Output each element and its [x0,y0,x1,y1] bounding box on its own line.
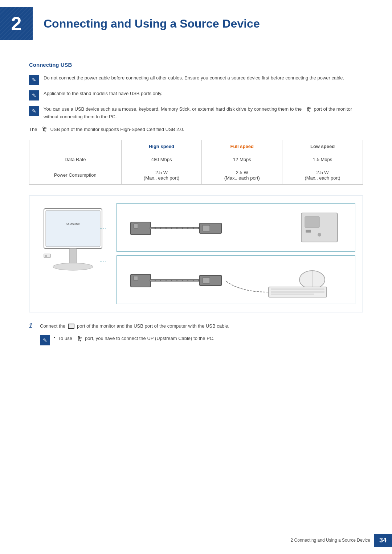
svg-point-0 [307,107,309,108]
usb-info-line: The USB port of the monitor supports Hig… [29,127,363,132]
step-1-text-before: Connect the [40,323,65,330]
note-block-3: You can use a USB device such as a mouse… [29,106,363,121]
step-1-bullet-text: To use port, you have to connect the UP … [58,335,215,342]
svg-rect-26 [203,225,210,231]
svg-rect-18 [45,255,47,257]
table-cell-power-low: 2.5 W(Max., each port) [282,166,363,184]
connections-area [117,203,355,305]
table-cell-datarate-full: 12 Mbps [202,153,282,166]
note-icon-1 [29,75,39,85]
table-header-low: Low speed [282,140,363,153]
page-number: 34 [379,537,387,544]
speed-table: High speed Full speed Low speed Data Rat… [29,140,363,185]
svg-point-43 [78,336,79,338]
svg-rect-32 [134,276,138,280]
table-row-power: Power Consumption 2.5 W(Max., each port)… [29,166,363,184]
table-header-empty [29,140,122,153]
usb-icon-line [40,127,48,132]
usb-icon-inline [304,107,312,112]
svg-rect-22 [134,224,138,228]
usb-info-text-pre: The [29,127,37,132]
svg-point-6 [43,127,44,128]
note-icon-2 [29,90,39,100]
table-row-datarate: Data Rate 480 Mbps 12 Mbps 1.5 Mbps [29,153,363,166]
note-text-3: You can use a USB device such as a mouse… [44,106,363,121]
chapter-box: 2 [0,7,33,40]
note-text-2: Applicable to the stand models that have… [44,90,162,98]
svg-rect-13 [46,210,100,247]
svg-rect-30 [306,230,311,233]
port-icon-inline [68,324,74,329]
step-1-line: 1 Connect the port of the monitor and th… [29,323,363,330]
monitor-diagram: SAMSUNG [37,203,109,305]
connection-row-bottom [117,255,355,304]
table-cell-datarate-label: Data Rate [29,153,122,166]
table-cell-power-label: Power Consumption [29,166,122,184]
step-1-bullet: • To use port, you have to connect the U… [40,335,363,345]
step-section: 1 Connect the port of the monitor and th… [29,323,363,346]
svg-point-16 [53,263,93,270]
note-block-2: Applicable to the stand models that have… [29,90,363,100]
table-cell-datarate-low: 1.5 Mbps [282,153,363,166]
svg-rect-36 [203,278,210,283]
footer-section-label: 2 Connecting and Using a Source Device [291,538,370,543]
note-text-1: Do not connect the power cable before co… [44,74,344,82]
svg-text:SAMSUNG: SAMSUNG [66,222,80,226]
table-cell-power-high: 2.5 W(Max., each port) [121,166,202,184]
usb-icon-bullet [75,336,83,342]
page-title: Connecting and Using a Source Device [44,17,260,30]
diagram-area: SAMSUNG [29,196,363,312]
svg-rect-42 [271,294,314,295]
chapter-number: 2 [11,13,22,34]
bullet-dot: • [54,335,56,340]
section-title: Connecting USB [29,62,363,68]
usb-info-text-post: USB port of the monitor supports High-Sp… [50,127,184,132]
step-1-text-after: port of the monitor and the USB port of … [77,323,229,330]
svg-point-29 [318,233,321,237]
page-footer: 2 Connecting and Using a Source Device 3… [0,534,392,547]
svg-rect-40 [271,288,324,290]
svg-rect-3 [309,108,310,109]
table-cell-datarate-high: 480 Mbps [121,153,202,166]
svg-rect-9 [45,128,46,129]
page-number-box: 34 [374,534,392,547]
table-cell-power-full: 2.5 W(Max., each port) [202,166,282,184]
monitor-svg: SAMSUNG [38,203,107,305]
usb-connection-svg-bottom [123,262,349,298]
usb-connection-svg-top [123,209,349,246]
svg-rect-41 [271,291,324,293]
svg-rect-46 [80,337,81,338]
table-header-full: Full speed [202,140,282,153]
page-header: 2 Connecting and Using a Source Device [0,0,392,47]
main-content: Connecting USB Do not connect the power … [0,62,392,345]
note-block-1: Do not connect the power cable before co… [29,74,363,85]
note-icon-step1 [40,335,50,345]
table-header-high: High speed [121,140,202,153]
connection-row-top [117,203,355,252]
note-icon-3 [29,106,39,116]
step-1-text: Connect the port of the monitor and the … [40,323,229,330]
step-number-1: 1 [29,323,36,329]
svg-rect-28 [305,217,319,227]
